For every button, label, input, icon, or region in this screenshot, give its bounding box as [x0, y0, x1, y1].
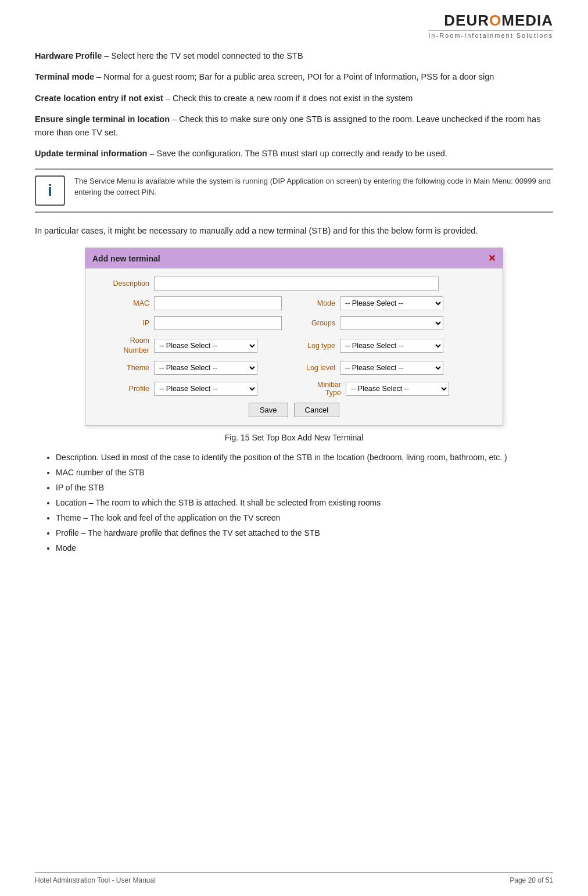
dialog-actions: Save Cancel [96, 403, 492, 417]
dialog-title: Add new terminal [92, 254, 160, 263]
minibar-type-select[interactable]: -- Please Select -- [346, 382, 449, 396]
log-type-select[interactable]: -- Please Select -- [340, 339, 443, 353]
intro-para: In particular cases, it might be necessa… [35, 224, 553, 237]
logo-tagline: In-Room-Infotainment Solutions [428, 30, 553, 39]
info-icon: i [35, 175, 65, 206]
description-row: Description [96, 277, 492, 291]
list-item: IP of the STB [56, 482, 553, 494]
update-terminal-text: – Save the configuration. The STB must s… [147, 149, 447, 158]
logo-media: MEDIA [501, 12, 553, 29]
ip-input[interactable] [154, 316, 282, 330]
terminal-mode-text: – Normal for a guest room; Bar for a pub… [94, 72, 494, 81]
mac-label: MAC [96, 299, 154, 307]
logo-deur: DEUR [444, 12, 489, 29]
footer: Hotel Adminstration Tool - User Manual P… [35, 872, 553, 884]
groups-select[interactable] [340, 316, 443, 330]
hardware-profile-label: Hardware Profile [35, 51, 102, 60]
add-new-terminal-dialog: Add new terminal ✕ Description MAC [85, 248, 503, 426]
groups-right: Groups [293, 316, 491, 330]
log-type-label: Log type [293, 342, 340, 350]
info-box-text: The Service Menu is available while the … [74, 175, 553, 198]
room-number-label: RoomNumber [96, 336, 154, 355]
description-input[interactable] [154, 277, 439, 291]
mode-label: Mode [293, 299, 340, 307]
mac-left: MAC [96, 296, 293, 310]
list-item: Theme – The look and feel of the applica… [56, 512, 553, 524]
ip-left: IP [96, 316, 293, 330]
dialog-wrapper: Add new terminal ✕ Description MAC [35, 248, 553, 426]
list-item: Profile – The hardware profile that defi… [56, 527, 553, 539]
bullet-list: Description. Used in most of the case to… [56, 451, 553, 554]
hardware-profile-para: Hardware Profile – Select here the TV se… [35, 49, 553, 62]
room-number-select[interactable]: -- Please Select -- [154, 339, 257, 353]
hardware-profile-text: – Select here the TV set model connected… [102, 51, 303, 60]
logo-circle: O [489, 12, 501, 29]
theme-loglevel-row: Theme -- Please Select -- Log level -- P… [96, 361, 492, 375]
profile-select[interactable]: -- Please Select -- [154, 382, 257, 396]
cancel-button[interactable]: Cancel [294, 403, 339, 417]
logo-brand: DEUROMEDIA [444, 12, 553, 30]
fig-caption: Fig. 15 Set Top Box Add New Terminal [35, 433, 553, 442]
ip-groups-row: IP Groups [96, 316, 492, 330]
ip-label: IP [96, 319, 154, 327]
mode-select[interactable]: -- Please Select -- [340, 296, 443, 310]
ensure-single-label: Ensure single terminal in location [35, 114, 170, 124]
room-left: RoomNumber -- Please Select -- [96, 336, 293, 355]
theme-select[interactable]: -- Please Select -- [154, 361, 257, 375]
terminal-mode-label: Terminal mode [35, 72, 94, 81]
dialog-close-button[interactable]: ✕ [488, 253, 496, 264]
log-level-label: Log level [293, 364, 340, 372]
create-location-text: – Check this to create a new room if it … [163, 94, 413, 103]
create-location-label: Create location entry if not exist [35, 94, 163, 103]
list-item: MAC number of the STB [56, 467, 553, 479]
dialog-body: Description MAC Mode -- Please Select -- [85, 268, 503, 425]
profile-label: Profile [96, 385, 154, 393]
create-location-para: Create location entry if not exist – Che… [35, 92, 553, 105]
minibar-right: MinibarType -- Please Select -- [293, 381, 491, 397]
mode-right: Mode -- Please Select -- [293, 296, 491, 310]
dialog-titlebar: Add new terminal ✕ [85, 248, 503, 268]
theme-left: Theme -- Please Select -- [96, 361, 293, 375]
info-box: i The Service Menu is available while th… [35, 169, 553, 213]
save-button[interactable]: Save [249, 403, 288, 417]
profile-left: Profile -- Please Select -- [96, 382, 293, 396]
list-item: Location – The room to which the STB is … [56, 497, 553, 509]
update-terminal-label: Update terminal information [35, 149, 147, 158]
footer-right: Page 20 of 51 [510, 876, 553, 884]
mac-mode-row: MAC Mode -- Please Select -- [96, 296, 492, 310]
description-label: Description [96, 279, 154, 288]
theme-label: Theme [96, 364, 154, 372]
logtype-right: Log type -- Please Select -- [293, 339, 491, 353]
logo: DEUROMEDIA In-Room-Infotainment Solution… [428, 12, 553, 39]
list-item: Mode [56, 542, 553, 554]
ensure-single-para: Ensure single terminal in location – Che… [35, 113, 553, 139]
footer-left: Hotel Adminstration Tool - User Manual [35, 876, 156, 884]
groups-label: Groups [293, 319, 340, 327]
mac-input[interactable] [154, 296, 282, 310]
profile-minibar-row: Profile -- Please Select -- MinibarType … [96, 381, 492, 397]
minibar-type-label: MinibarType [293, 381, 346, 397]
update-terminal-para: Update terminal information – Save the c… [35, 147, 553, 160]
list-item: Description. Used in most of the case to… [56, 451, 553, 464]
terminal-mode-para: Terminal mode – Normal for a guest room;… [35, 70, 553, 83]
loglevel-right: Log level -- Please Select -- [293, 361, 491, 375]
room-logtype-row: RoomNumber -- Please Select -- Log type … [96, 336, 492, 355]
log-level-select[interactable]: -- Please Select -- [340, 361, 443, 375]
